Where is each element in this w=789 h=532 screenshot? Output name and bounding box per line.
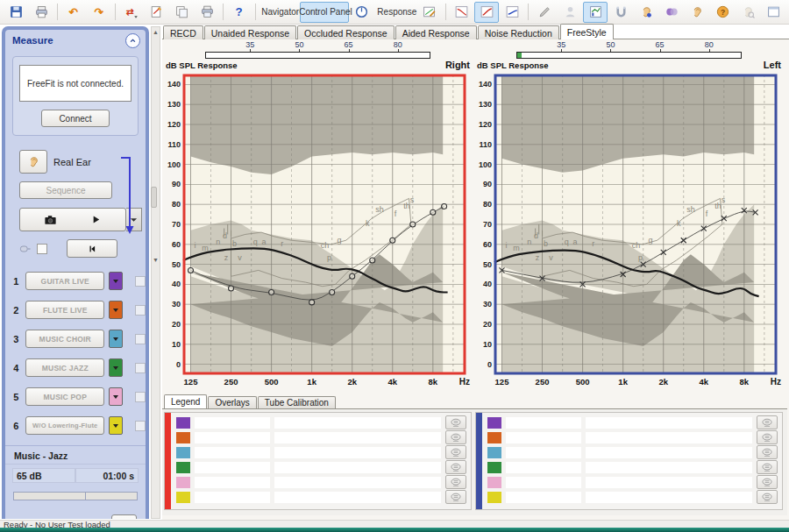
legend-comment-button[interactable] <box>445 490 466 504</box>
legend-name-field[interactable] <box>195 417 270 429</box>
ear-probe-button[interactable] <box>634 2 658 23</box>
legend-name-field[interactable] <box>195 477 270 488</box>
save-button[interactable] <box>4 2 28 23</box>
legend-description-field[interactable] <box>586 447 752 458</box>
legend-name-field[interactable] <box>506 432 581 443</box>
stimulus-button[interactable]: MUSIC CHOIR <box>25 330 104 348</box>
control-panel-button[interactable]: Control Panel <box>300 2 349 23</box>
sequence-button[interactable]: Sequence <box>19 181 112 199</box>
slider-track[interactable] <box>205 52 430 59</box>
print-session-button[interactable] <box>195 2 219 23</box>
tab-recd[interactable]: RECD <box>163 25 203 39</box>
legend-description-field[interactable] <box>274 462 441 473</box>
blue-curve-button[interactable] <box>500 2 524 23</box>
stimulus-checkbox[interactable] <box>135 305 146 316</box>
binaural-view-button[interactable] <box>659 2 684 23</box>
stimulus-checkbox[interactable] <box>135 334 146 344</box>
legend-name-field[interactable] <box>195 432 270 443</box>
stimulus-color-dropdown[interactable] <box>109 330 123 348</box>
response-button[interactable]: Response <box>375 2 416 23</box>
tab-aided-response[interactable]: Aided Response <box>395 25 477 39</box>
graph-view-button[interactable] <box>583 2 608 23</box>
legend-description-field[interactable] <box>274 417 441 429</box>
scroll-up-arrow[interactable]: ▲ <box>152 27 160 36</box>
legend-comment-button[interactable] <box>757 475 778 489</box>
legend-tab-overlays[interactable]: Overlays <box>208 396 256 408</box>
red-rising-curve-button[interactable] <box>474 2 499 23</box>
level-slider-right[interactable]: 35506580 <box>164 40 472 59</box>
stimulus-dropdown-button[interactable] <box>126 208 142 231</box>
probe-tools-button[interactable] <box>532 2 557 23</box>
stimulus-button[interactable]: MUSIC JAZZ <box>25 358 104 377</box>
legend-name-field[interactable] <box>506 417 581 429</box>
real-ear-button[interactable] <box>19 150 47 174</box>
legend-comment-button[interactable] <box>445 445 466 459</box>
legend-description-field[interactable] <box>274 432 441 443</box>
legend-comment-button[interactable] <box>757 430 778 444</box>
stimulus-color-dropdown[interactable] <box>109 272 123 290</box>
skip-to-start-button[interactable] <box>67 239 117 258</box>
legend-description-field[interactable] <box>586 477 752 488</box>
stimulus-color-dropdown[interactable] <box>109 301 123 319</box>
legend-tab-tube-calibration[interactable]: Tube Calibration <box>258 396 336 408</box>
scroll-down-arrow[interactable]: ▼ <box>152 255 160 264</box>
transfer-button[interactable]: ⇄ <box>118 2 143 23</box>
stimulus-checkbox[interactable] <box>135 276 146 287</box>
legend-description-field[interactable] <box>586 462 752 473</box>
record-button[interactable] <box>111 514 137 519</box>
stimulus-button[interactable]: GUITAR LIVE <box>25 272 104 290</box>
ear-measure-button[interactable] <box>685 2 709 23</box>
help-button[interactable]: ? <box>227 2 252 23</box>
stimulus-color-dropdown[interactable] <box>109 416 123 435</box>
panel-scrollbar[interactable]: ▲ ▼ <box>151 26 160 519</box>
stimulus-color-dropdown[interactable] <box>109 387 123 406</box>
patient-button[interactable] <box>558 2 582 23</box>
legend-comment-button[interactable] <box>445 430 466 444</box>
stimulus-checkbox[interactable] <box>135 392 146 402</box>
stimulus-checkbox[interactable] <box>135 421 146 431</box>
play-button[interactable] <box>19 208 126 231</box>
connect-button[interactable]: Connect <box>41 110 110 127</box>
legend-tab-legend[interactable]: Legend <box>164 394 207 408</box>
coupler-button[interactable] <box>608 2 633 23</box>
stimulus-button[interactable]: FLUTE LIVE <box>25 301 104 319</box>
report-panel-button[interactable] <box>761 2 785 23</box>
legend-comment-button[interactable] <box>445 475 466 489</box>
legend-description-field[interactable] <box>586 432 752 443</box>
edit-notes-button[interactable] <box>144 2 168 23</box>
gauge-button[interactable] <box>350 2 374 23</box>
legend-comment-button[interactable] <box>445 415 466 429</box>
tab-freestyle[interactable]: FreeStyle <box>560 24 614 39</box>
collapse-panel-button[interactable] <box>125 33 140 48</box>
legend-description-field[interactable] <box>586 417 752 429</box>
red-descending-curve-button[interactable] <box>449 2 473 23</box>
ear-inspect-button[interactable] <box>736 2 760 23</box>
legend-description-field[interactable] <box>274 447 441 458</box>
tab-noise-reduction[interactable]: Noise Reduction <box>478 25 559 39</box>
legend-name-field[interactable] <box>506 477 581 488</box>
tab-unaided-response[interactable]: Unaided Response <box>204 25 296 39</box>
loop-checkbox[interactable] <box>37 244 47 254</box>
stimulus-button[interactable]: W/O Lowering-Flute <box>25 416 104 435</box>
legend-name-field[interactable] <box>195 462 270 473</box>
legend-name-field[interactable] <box>506 462 581 473</box>
legend-name-field[interactable] <box>195 492 270 503</box>
legend-name-field[interactable] <box>195 447 270 458</box>
legend-comment-button[interactable] <box>445 460 466 474</box>
assistant-button[interactable]: ? <box>710 2 735 23</box>
legend-name-field[interactable] <box>506 447 581 458</box>
splitter-grip[interactable] <box>151 187 157 208</box>
legend-description-field[interactable] <box>586 492 752 503</box>
tab-occluded-response[interactable]: Occluded Response <box>297 25 394 39</box>
legend-comment-button[interactable] <box>757 445 778 459</box>
navigator-button[interactable]: Navigator <box>259 2 299 23</box>
stimulus-color-dropdown[interactable] <box>109 358 123 377</box>
legend-comment-button[interactable] <box>757 490 778 504</box>
undo-button[interactable]: ↶ <box>61 2 86 23</box>
legend-name-field[interactable] <box>506 492 581 503</box>
level-slider-left[interactable]: 35506580 <box>475 40 783 59</box>
stimulus-checkbox[interactable] <box>135 363 146 373</box>
edit-graph-button[interactable] <box>417 2 442 23</box>
copy-session-button[interactable] <box>169 2 194 23</box>
legend-description-field[interactable] <box>274 477 441 488</box>
